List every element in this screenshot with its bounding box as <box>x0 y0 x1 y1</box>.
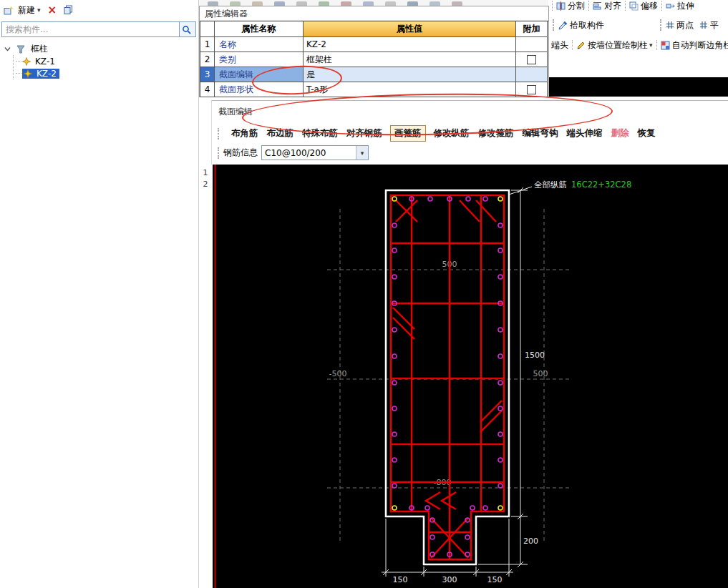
search-icon <box>182 25 191 34</box>
grid-label: 500 <box>533 369 548 378</box>
prop-name-cell[interactable]: 截面形状 <box>215 82 304 97</box>
tree-node-frame-column[interactable]: 框柱 <box>4 43 190 55</box>
row-number: 1 <box>200 167 210 179</box>
end-extend-button[interactable]: 端头伸缩 <box>566 126 603 141</box>
auto-corner-icon <box>661 41 670 50</box>
two-points-icon <box>666 21 674 29</box>
offset-icon <box>629 1 639 11</box>
pick-tools-row: 拾取构件 两点 平 <box>548 17 719 33</box>
stretch-button[interactable]: 拉伸 <box>677 0 694 12</box>
align-button[interactable]: 对齐 <box>604 0 621 12</box>
viewport-top-strip <box>548 77 728 97</box>
corner-header-cell <box>200 21 215 37</box>
two-points-button[interactable]: 两点 <box>676 19 694 31</box>
align-icon <box>593 1 602 11</box>
component-navigator-panel: 新建 ▾ × 框柱 <box>0 0 199 588</box>
property-editor-panel: 属性编辑器 属性名称 属性值 附加 1 名称 KZ-2 2 类别 框架柱 3 截… <box>199 6 549 97</box>
tree-item-kz1[interactable]: KZ-1 <box>16 55 190 67</box>
delete-button[interactable]: 删除 <box>611 126 630 141</box>
prop-name-cell[interactable]: 名称 <box>215 37 304 52</box>
tree-item-kz2-selected[interactable]: KZ-2 <box>16 67 190 79</box>
prop-name-cell-selected[interactable]: 截面编辑 <box>215 67 304 82</box>
prop-value-cell[interactable]: 框架柱 <box>304 52 516 67</box>
grid-label: -500 <box>329 369 347 378</box>
copy-component-button[interactable] <box>64 5 75 15</box>
prop-attach-cell <box>516 67 548 82</box>
column-tools-row: 端头 按墙位置绘制柱 ▾ 自动判断边角柱 <box>548 37 728 53</box>
component-toolbar: 新建 ▾ × <box>4 3 75 17</box>
column-outline <box>386 190 509 564</box>
pencil-icon <box>576 41 586 50</box>
corner-rebar-button[interactable]: 布角筋 <box>230 126 259 141</box>
toolbar-separator <box>661 1 662 11</box>
special-rebar-button[interactable]: 特殊布筋 <box>301 126 339 141</box>
row-number: 4 <box>200 82 215 97</box>
stretch-icon <box>666 1 675 11</box>
stirrup-rebar <box>391 195 504 559</box>
legend-label: 全部纵筋 <box>534 180 567 190</box>
draw-stirrup-button-active[interactable]: 画箍筋 <box>390 125 426 142</box>
split-button[interactable]: 分割 <box>568 0 585 12</box>
dim-tab-height: 200 <box>523 536 538 546</box>
toolbar-separator <box>625 1 626 11</box>
new-component-button[interactable]: 新建 ▾ <box>4 4 41 16</box>
dimension-lines <box>382 187 528 577</box>
draw-by-wall-button[interactable]: 按墙位置绘制柱 <box>588 39 648 52</box>
edit-hook-button[interactable]: 编辑弯钩 <box>522 126 559 141</box>
dim-main-height: 1500 <box>525 351 545 360</box>
prop-attach-cell <box>516 82 548 97</box>
auto-corner-button[interactable]: 自动判断边角柱 <box>672 39 728 52</box>
rebar-info-select[interactable]: C10@100/200 ▾ <box>261 145 369 160</box>
chevron-down-icon[interactable]: ▾ <box>356 146 368 160</box>
attach-checkbox[interactable] <box>527 55 536 64</box>
search-button[interactable] <box>180 21 196 37</box>
longitudinal-bar-points <box>392 197 503 557</box>
delete-component-button[interactable]: × <box>48 5 57 16</box>
toolbar-separator <box>656 40 657 50</box>
align-rebar-button[interactable]: 对齐钢筋 <box>346 126 383 141</box>
restore-button[interactable]: 恢复 <box>637 126 656 141</box>
prop-name-cell[interactable]: 类别 <box>215 52 304 67</box>
eyedropper-icon <box>558 21 568 30</box>
edit-tools-row: 分割 对齐 偏移 拉伸 <box>548 0 694 11</box>
chevron-down-icon: ▾ <box>649 41 653 49</box>
prop-value-cell[interactable]: KZ-2 <box>304 37 516 52</box>
copy-icon <box>64 5 73 15</box>
tree-item-label: KZ-1 <box>35 57 55 67</box>
toolbar-grip <box>553 19 554 31</box>
tree-node-label: 框柱 <box>31 43 48 55</box>
property-table: 属性名称 属性值 附加 1 名称 KZ-2 2 类别 框架柱 3 截面编辑 是 … <box>200 21 548 97</box>
row-number: 2 <box>200 179 210 190</box>
new-component-icon <box>4 6 14 15</box>
pick-component-button[interactable]: 拾取构件 <box>570 19 604 31</box>
modify-stirrup-button[interactable]: 修改箍筋 <box>477 126 515 141</box>
modify-longitudinal-button[interactable]: 修改纵筋 <box>433 126 470 141</box>
dim-bottom-mid: 300 <box>442 575 457 584</box>
col-header-name: 属性名称 <box>215 21 304 37</box>
section-drawing-viewport[interactable]: 500 -500 500 -800 <box>213 165 728 588</box>
col-header-attach: 附加 <box>516 21 548 37</box>
new-component-label: 新建 <box>18 4 35 16</box>
attach-checkbox[interactable] <box>527 85 536 94</box>
toolbar-grip <box>218 128 219 139</box>
grid-row-numbers: 1 2 <box>200 167 210 190</box>
parallel-button[interactable]: 平 <box>710 19 719 31</box>
clipped-main-toolbar <box>199 0 548 6</box>
legend-rebar-spec: 16C22+32C28 <box>571 180 631 190</box>
edge-rebar-button[interactable]: 布边筋 <box>266 126 295 141</box>
section-editor-panel: 截面编辑 布角筋 布边筋 特殊布筋 对齐钢筋 画箍筋 修改纵筋 修改箍筋 编辑弯… <box>211 100 728 165</box>
prop-attach-cell <box>516 52 548 67</box>
column-section-drawing: 500 -500 500 -800 <box>213 165 728 588</box>
offset-button[interactable]: 偏移 <box>641 0 658 12</box>
prop-value-cell[interactable]: T-a形 <box>304 82 516 97</box>
rebar-info-row: 钢筋信息 C10@100/200 ▾ <box>213 145 369 160</box>
prop-value-cell-selected[interactable]: 是 <box>304 67 516 82</box>
row-number: 2 <box>200 52 215 67</box>
end-head-button[interactable]: 端头 <box>551 39 568 52</box>
section-editor-title: 截面编辑 <box>218 106 253 118</box>
row-number: 1 <box>200 37 215 52</box>
tree-item-label: KZ-2 <box>37 69 57 79</box>
search-input[interactable] <box>1 21 180 37</box>
filter-icon <box>16 45 25 54</box>
dim-bottom-right: 150 <box>487 575 503 584</box>
